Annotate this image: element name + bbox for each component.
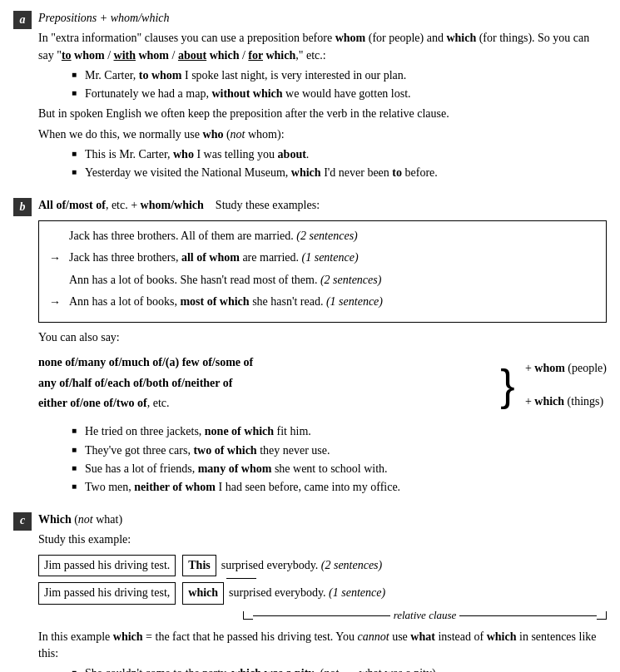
bullet-c1: She couldn't come to the party, which wa… (72, 665, 607, 672)
bullet-b3: Sue has a lot of friends, many of whom s… (72, 461, 607, 477)
formula-left: none of/many of/much of/(a) few of/some … (38, 354, 495, 415)
corner-left (243, 611, 253, 620)
section-c-bullets: She couldn't come to the party, which wa… (72, 665, 607, 672)
bullet-a4: Yesterday we visited the National Museum… (72, 165, 607, 181)
diagram-row1: Jim passed his driving test. This surpri… (38, 555, 607, 576)
sentence1-rest: surprised everybody. (2 sentences) (221, 557, 382, 574)
section-a-content: Prepositions + whom/which In "extra info… (38, 10, 607, 185)
corner-right (597, 611, 607, 620)
section-a-label: a (13, 11, 32, 29)
section-b-title: All of/most of, etc. + whom/which Study … (38, 197, 607, 214)
bullet-b1: He tried on three jackets, none of which… (72, 423, 607, 440)
formula-section: none of/many of/much of/(a) few of/some … (38, 354, 607, 415)
example-b1-text: Jack has three brothers. All of them are… (69, 228, 596, 245)
sentence2-box: Jim passed his driving test, (38, 582, 176, 604)
brace: } (495, 354, 520, 415)
formula-line2: any of/half of/each of/both of/neither o… (38, 375, 495, 392)
example-b2-text: Ann has a lot of books. She hasn't read … (69, 272, 596, 289)
section-b-content: All of/most of, etc. + whom/which Study … (38, 197, 607, 500)
relative-clause-label: relative clause (394, 608, 457, 624)
section-a-para1: In "extra information" clauses you can u… (38, 30, 607, 64)
section-b-bullets: He tried on three jackets, none of which… (72, 423, 607, 496)
section-a-para3: When we do this, we normally use who (no… (38, 126, 607, 143)
section-a-bullets1: Mr. Carter, to whom I spoke last night, … (72, 67, 607, 103)
example-b2: Ann has a lot of books. She hasn't read … (49, 272, 596, 289)
example-b1-combined: Jack has three brothers, all of whom are… (69, 250, 596, 266)
section-b-also: You can also say: (38, 329, 607, 346)
example-b1: Jack has three brothers. All of them are… (49, 228, 596, 245)
arrow2: → (49, 294, 69, 310)
which-box: which (182, 582, 224, 604)
this-box: This (182, 555, 216, 576)
section-a-bullets2: This is Mr. Carter, who I was telling yo… (72, 146, 607, 182)
formula-which: + which (things) (525, 393, 607, 410)
formula-line1: none of/many of/much of/(a) few of/some … (38, 354, 495, 371)
section-c-subtitle: Study this example: (38, 531, 607, 548)
section-a-title: Prepositions + whom/which (38, 10, 607, 27)
top-connector-line (226, 578, 256, 579)
section-b: b All of/most of, etc. + whom/which Stud… (13, 197, 607, 500)
formula-line3: either of/one of/two of, etc. (38, 395, 495, 412)
section-c-explanation: In this example which = the fact that he… (38, 629, 607, 663)
example-b2-combined: Ann has a lot of books, most of which sh… (69, 294, 596, 310)
section-a-para2: But in spoken English we often keep the … (38, 106, 607, 122)
bullet-b2: They've got three cars, two of which the… (72, 442, 607, 459)
bullet-b4: Two men, neither of whom I had seen befo… (72, 479, 607, 496)
example-b2-arrow: → Ann has a lot of books, most of which … (49, 294, 596, 310)
sentence2-rest: surprised everybody. (1 sentence) (229, 585, 385, 601)
bullet-a1: Mr. Carter, to whom I spoke last night, … (72, 67, 607, 84)
diagram-section: Jim passed his driving test. This surpri… (38, 555, 607, 623)
section-a: a Prepositions + whom/which In "extra in… (13, 10, 607, 185)
section-c-content: Which (not what) Study this example: Jim… (38, 511, 607, 672)
section-c-label: c (13, 512, 32, 531)
bottom-line-right (459, 615, 597, 616)
section-b-label: b (13, 198, 32, 216)
sentence1-box: Jim passed his driving test. (38, 555, 176, 576)
bullet-a3: This is Mr. Carter, who I was telling yo… (72, 146, 607, 163)
section-c: c Which (not what) Study this example: J… (13, 511, 607, 672)
section-b-examples: Jack has three brothers. All of them are… (38, 220, 607, 323)
bottom-line-left (253, 615, 390, 616)
example-b1-arrow: → Jack has three brothers, all of whom a… (49, 250, 596, 266)
connector-area (38, 578, 607, 579)
section-c-title: Which (not what) (38, 511, 607, 528)
formula-right: + whom (people) + which (things) (520, 354, 607, 415)
bullet-a2: Fortunately we had a map, without which … (72, 86, 607, 102)
relative-clause-row: relative clause (243, 608, 607, 624)
diagram-row2: Jim passed his driving test, which surpr… (38, 582, 607, 604)
formula-whom: + whom (people) (525, 360, 607, 377)
arrow1: → (49, 250, 69, 266)
